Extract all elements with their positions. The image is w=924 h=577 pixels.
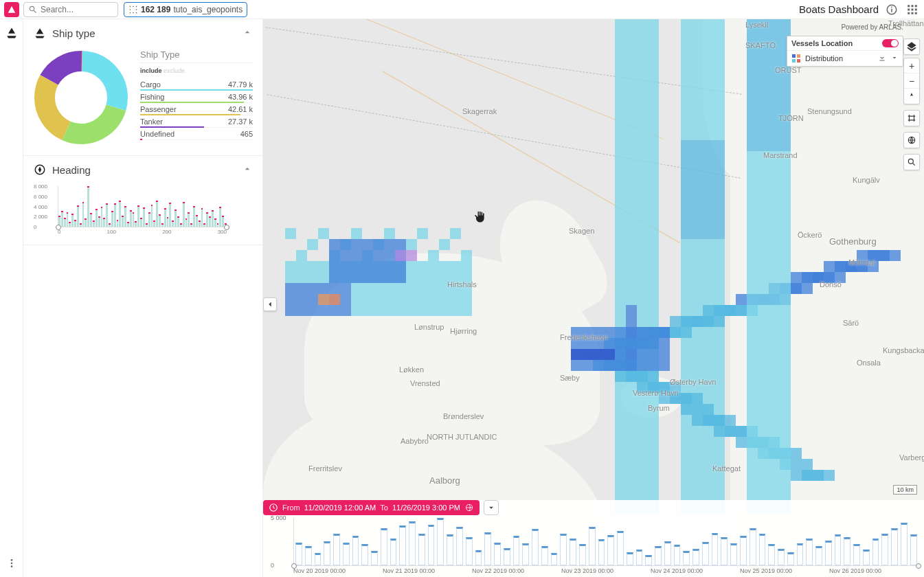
panel-heading-title: Heading	[52, 164, 91, 176]
layer-toggle[interactable]	[882, 39, 899, 47]
globe-button[interactable]	[904, 133, 919, 148]
svg-point-32	[908, 159, 913, 163]
globe-icon	[907, 135, 916, 145]
top-bar: 162 189 tuto_ais_geopoints Boats Dashboa…	[0, 0, 924, 19]
panel-shiptype-title: Ship type	[52, 27, 95, 39]
compass-north-icon	[908, 92, 916, 100]
svg-rect-3	[133, 5, 133, 6]
dataset-chip[interactable]: 162 189 tuto_ais_geopoints	[124, 2, 247, 17]
timeline-expand-button[interactable]	[484, 500, 499, 515]
legend-name: Fishing	[140, 93, 164, 101]
layer-title: Vessels Location	[791, 39, 853, 47]
svg-rect-11	[908, 5, 910, 7]
legend-row[interactable]: Undefined 465	[140, 128, 253, 140]
time-range-chip[interactable]: From 11/20/2019 12:00 AM To 11/26/2019 3…	[263, 500, 480, 515]
left-rail	[0, 19, 23, 577]
legend-value: 47.79 k	[228, 80, 253, 89]
svg-rect-6	[136, 9, 137, 10]
triangle-icon	[7, 5, 16, 14]
timeline: From 11/20/2019 12:00 AM To 11/26/2019 3…	[263, 500, 924, 577]
panel-heading-header[interactable]: Heading	[23, 156, 262, 183]
apps-button[interactable]	[905, 2, 920, 17]
layers-icon	[906, 41, 917, 52]
search-input[interactable]	[41, 5, 109, 14]
legend-row[interactable]: Fishing 43.96 k	[140, 91, 253, 103]
collapse-sidebar-button[interactable]	[263, 297, 277, 311]
chevron-up-icon	[242, 27, 253, 40]
search-zoom-icon	[907, 157, 916, 167]
north-button[interactable]	[904, 89, 919, 104]
svg-rect-14	[908, 8, 910, 10]
legend-row[interactable]: Cargo 47.79 k	[140, 78, 253, 91]
globe-small-icon	[464, 503, 474, 512]
attribution: Powered by ARLAS.	[841, 23, 903, 31]
layers-button[interactable]	[904, 39, 919, 54]
rail-item-boats[interactable]	[3, 25, 20, 41]
extent-button[interactable]	[904, 111, 919, 126]
legend-mode[interactable]: include exclude	[140, 67, 253, 74]
chip-count: 162 189	[141, 5, 170, 14]
svg-rect-5	[136, 5, 137, 6]
legend-value: 42.61 k	[228, 105, 253, 113]
search-input-wrapper[interactable]	[23, 2, 118, 17]
chevron-down-icon	[486, 503, 496, 512]
timeline-chart[interactable]: 5 0000	[293, 518, 919, 566]
svg-point-21	[10, 563, 12, 565]
timeline-slider-left[interactable]	[291, 563, 297, 569]
svg-rect-0	[130, 5, 131, 6]
shiptype-donut[interactable]	[33, 49, 129, 146]
svg-rect-9	[891, 8, 892, 12]
chevron-down-icon[interactable]	[890, 54, 899, 63]
panel-shiptype: Ship type Ship Type	[23, 19, 262, 156]
heading-slider-left[interactable]	[56, 225, 61, 230]
legend-name: Undefined	[140, 130, 174, 138]
panel-shiptype-header[interactable]: Ship type	[23, 19, 262, 47]
search-map-button[interactable]	[904, 155, 919, 170]
svg-rect-18	[912, 12, 914, 14]
download-icon[interactable]	[878, 54, 886, 63]
svg-rect-7	[136, 12, 137, 13]
chevron-left-icon	[265, 299, 275, 309]
main-area: Ship type Ship Type	[0, 19, 924, 577]
legend-row[interactable]: Tanker 27.37 k	[140, 115, 253, 128]
heading-histogram[interactable]: 8 0006 0004 0002 0000	[58, 186, 227, 227]
legend-title: Ship Type	[140, 49, 253, 63]
rail-item-more[interactable]	[3, 555, 20, 572]
svg-rect-2	[130, 12, 131, 13]
panel-heading: Heading 8 0006 0004 0002 0000 0100200300	[23, 156, 262, 245]
legend-name: Tanker	[140, 117, 163, 126]
chip-icon	[128, 5, 138, 14]
zoom-in-button[interactable]: +	[904, 58, 919, 73]
heatmap-layer	[263, 19, 924, 577]
svg-rect-15	[912, 8, 914, 10]
legend-name: Cargo	[140, 80, 161, 89]
shiptype-legend: Ship Type include exclude Cargo 47.79 k …	[140, 49, 253, 146]
chevron-up-icon	[242, 163, 253, 177]
extent-icon	[907, 113, 916, 123]
legend-row[interactable]: Passenger 42.61 k	[140, 103, 253, 115]
clock-icon	[269, 503, 278, 512]
compass-icon	[33, 163, 47, 177]
search-icon	[28, 5, 38, 14]
layers-panel: Vessels Location Distribution	[787, 36, 903, 67]
svg-point-22	[10, 565, 12, 567]
heading-x-axis: 0100200300	[58, 229, 227, 235]
distribution-glyph-icon	[791, 54, 801, 63]
timeline-x-axis: Nov 20 2019 00:00Nov 21 2019 00:00Nov 22…	[293, 567, 919, 574]
svg-rect-1	[130, 9, 131, 10]
svg-rect-19	[915, 12, 917, 14]
svg-rect-10	[891, 6, 892, 8]
heading-slider-right[interactable]	[224, 225, 229, 230]
legend-value: 27.37 k	[228, 117, 253, 126]
timeline-slider-right[interactable]	[916, 563, 921, 569]
legend-name: Passenger	[140, 105, 177, 113]
zoom-out-button[interactable]: −	[904, 73, 919, 89]
map-controls: + −	[903, 58, 920, 176]
dashboard-title: Boats Dashboard	[799, 3, 879, 15]
svg-rect-4	[133, 12, 133, 13]
legend-value: 465	[240, 130, 253, 138]
map[interactable]: SkagerrakSkagenHirtshalsLønstrupHjørring…	[263, 19, 924, 577]
app-logo[interactable]	[4, 2, 19, 17]
ship-icon	[33, 26, 47, 40]
info-button[interactable]	[884, 2, 899, 17]
